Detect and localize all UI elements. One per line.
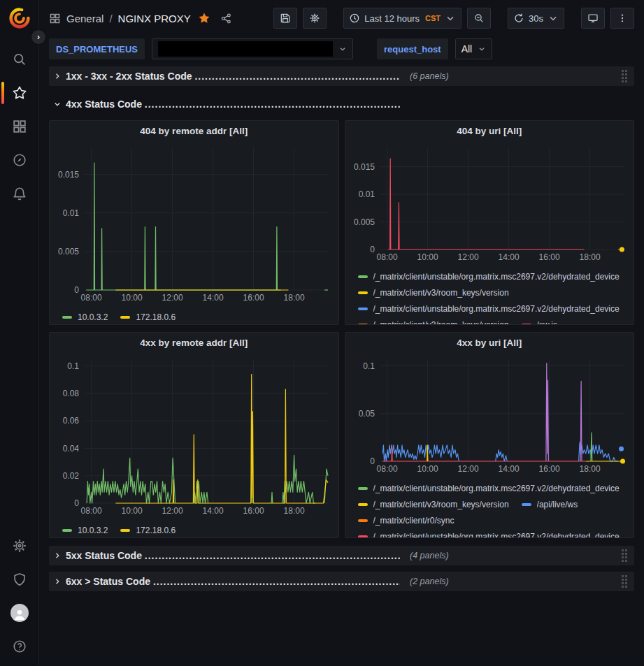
clock-icon <box>349 13 360 24</box>
svg-text:0.015: 0.015 <box>353 162 374 172</box>
kebab-icon <box>617 13 628 24</box>
row-drag-handle[interactable] <box>622 575 627 588</box>
sidebar-item-search[interactable] <box>0 43 39 76</box>
row-leader-dots: ........................................… <box>145 99 400 110</box>
svg-text:14:00: 14:00 <box>498 252 519 262</box>
time-range-picker[interactable]: Last 12 hours CST <box>343 8 461 29</box>
panel-legend: /_matrix/client/unstable/org.matrix.msc2… <box>345 267 634 324</box>
chevron-right-icon <box>53 72 63 80</box>
legend-row: 10.0.3.2172.18.0.6 <box>62 522 333 537</box>
svg-text:0.01: 0.01 <box>63 208 80 218</box>
shield-icon <box>12 572 27 587</box>
chevron-down-icon <box>478 45 486 53</box>
legend-item[interactable]: /_matrix/client/v3/room_keys/version <box>358 288 509 298</box>
svg-text:18:00: 18:00 <box>284 293 305 303</box>
row-5xx[interactable]: 5xx Status Code ........................… <box>49 546 634 565</box>
row-title: 5xx Status Code <box>66 550 142 561</box>
timeseries-chart[interactable]: 08:0010:0012:0014:0016:0018:0000.050.1 <box>345 352 634 479</box>
row-drag-handle[interactable] <box>622 70 627 82</box>
legend-item[interactable]: 10.0.3.2 <box>62 526 108 535</box>
svg-text:10:00: 10:00 <box>417 252 438 262</box>
request-host-variable-select[interactable]: All <box>455 38 493 59</box>
refresh-picker[interactable]: 30s <box>508 8 564 29</box>
sidebar-expand-button[interactable]: › <box>31 29 46 45</box>
legend-item[interactable]: /_matrix/client/v3/room_keys/version <box>358 500 509 509</box>
sidebar-item-configuration[interactable] <box>0 529 39 563</box>
legend-label: /api/live/ws <box>537 500 578 509</box>
top-nav: General / NGINX PROXY <box>39 0 644 36</box>
panel-title[interactable]: 4xx by remote addr [All] <box>50 333 338 352</box>
time-range-label: Last 12 hours <box>364 13 420 24</box>
main-area: General / NGINX PROXY <box>39 0 644 666</box>
save-dashboard-button[interactable] <box>273 8 297 29</box>
legend-label: /_matrix/client/unstable/org.matrix.msc2… <box>373 272 620 282</box>
panel-title[interactable]: 404 by remote addr [All] <box>50 121 338 140</box>
sidebar-item-explore[interactable] <box>0 143 39 177</box>
row-4xx[interactable]: 4xx Status Code ........................… <box>49 94 634 114</box>
legend-swatch <box>358 275 368 278</box>
svg-text:0.1: 0.1 <box>363 361 375 371</box>
svg-text:14:00: 14:00 <box>203 293 224 303</box>
datasource-variable-select[interactable] <box>152 38 353 59</box>
legend-item[interactable]: /_matrix/client/unstable/org.matrix.msc2… <box>358 532 620 538</box>
gear-icon <box>309 13 320 24</box>
legend-item[interactable]: /_matrix/client/unstable/org.matrix.msc2… <box>358 304 620 314</box>
svg-text:0.04: 0.04 <box>63 444 80 454</box>
monitor-icon <box>587 13 599 24</box>
dashboard-settings-button[interactable] <box>303 8 327 29</box>
sidebar-item-profile[interactable] <box>0 596 39 630</box>
legend-item[interactable]: /_matrix/client/unstable/org.matrix.msc2… <box>358 484 620 493</box>
sidebar-item-alerting[interactable] <box>0 177 39 210</box>
dashboard-content: 1xx - 3xx - 2xx Status Code ............… <box>39 65 644 666</box>
timeseries-chart[interactable]: 08:0010:0012:0014:0016:0018:0000.0050.01… <box>345 140 634 267</box>
legend-label: /_matrix/client/unstable/org.matrix.msc2… <box>373 484 620 493</box>
zoom-out-button[interactable] <box>467 8 491 29</box>
timeseries-chart[interactable]: 08:0010:0012:0014:0016:0018:0000.020.040… <box>50 352 338 521</box>
sidebar-item-server-admin[interactable] <box>0 563 39 596</box>
legend-item[interactable]: 172.18.0.6 <box>120 312 176 322</box>
legend-label: /_matrix/client/v3/room_keys/version <box>373 320 509 325</box>
request-host-variable-label[interactable]: request_host <box>377 38 448 59</box>
svg-text:18:00: 18:00 <box>579 464 600 474</box>
row-1xx-3xx-2xx[interactable]: 1xx - 3xx - 2xx Status Code ............… <box>49 66 634 86</box>
row-drag-handle[interactable] <box>622 549 627 562</box>
svg-text:14:00: 14:00 <box>498 464 519 474</box>
svg-text:08:00: 08:00 <box>81 506 102 516</box>
share-icon[interactable] <box>220 13 232 24</box>
timeseries-chart[interactable]: 08:0010:0012:0014:0016:0018:0000.0050.01… <box>50 140 338 307</box>
favorite-star-icon[interactable] <box>198 12 210 24</box>
sidebar: › <box>0 0 39 666</box>
grafana-logo-icon[interactable] <box>8 6 31 30</box>
svg-text:0: 0 <box>370 245 375 254</box>
sidebar-item-starred[interactable] <box>0 76 39 110</box>
legend-row: /_matrix/client/v3/room_keys/version <box>358 284 629 301</box>
svg-text:16:00: 16:00 <box>538 252 559 262</box>
panel-grid: 404 by remote addr [All] 08:0010:0012:00… <box>49 120 634 538</box>
legend-item[interactable]: /api/live/ws <box>522 500 578 509</box>
refresh-interval-label: 30s <box>529 13 543 24</box>
datasource-variable-label[interactable]: DS_PROMETHEUS <box>49 38 145 59</box>
search-icon <box>12 52 27 67</box>
legend-row: 10.0.3.2172.18.0.6 <box>62 309 333 324</box>
legend-item[interactable]: /_matrix/client/r0/sync <box>358 516 455 526</box>
legend-item[interactable]: /sw.js <box>522 320 557 325</box>
sidebar-item-dashboards[interactable] <box>0 110 39 143</box>
dashboard-title[interactable]: NGINX PROXY <box>118 13 191 24</box>
legend-item[interactable]: /_matrix/client/unstable/org.matrix.msc2… <box>358 272 620 282</box>
panel-title[interactable]: 4xx by uri [All] <box>345 333 634 352</box>
legend-item[interactable]: 10.0.3.2 <box>62 312 108 322</box>
legend-item[interactable]: /_matrix/client/v3/room_keys/version <box>358 320 509 325</box>
svg-text:08:00: 08:00 <box>81 293 102 303</box>
svg-text:0.005: 0.005 <box>353 217 374 227</box>
tv-mode-button[interactable] <box>581 8 605 29</box>
sidebar-item-help[interactable] <box>0 630 39 663</box>
legend-item[interactable]: 172.18.0.6 <box>120 526 176 535</box>
refresh-icon <box>513 13 524 24</box>
kebab-menu-button[interactable] <box>610 8 634 29</box>
panel-title[interactable]: 404 by uri [All] <box>345 121 634 140</box>
row-leader-dots: ........................................… <box>194 71 400 82</box>
svg-text:0.1: 0.1 <box>67 361 79 371</box>
breadcrumb-section[interactable]: General <box>66 13 103 24</box>
timezone-label: CST <box>425 14 441 22</box>
row-6xx[interactable]: 6xx > Status Code ......................… <box>49 572 634 591</box>
